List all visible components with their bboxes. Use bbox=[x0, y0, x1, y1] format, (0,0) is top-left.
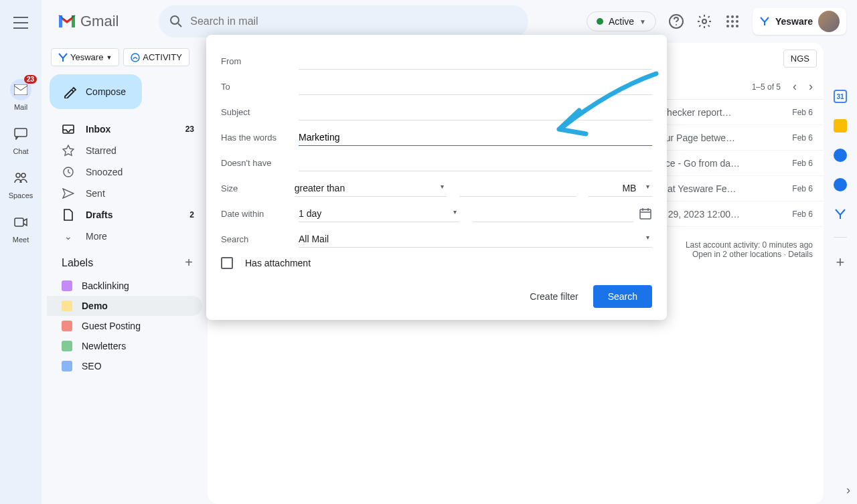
rail-mail[interactable]: 23 Mail bbox=[0, 74, 42, 116]
settings-gear-icon[interactable] bbox=[696, 13, 712, 29]
contacts-app-icon[interactable] bbox=[834, 178, 847, 191]
calendar-app-icon[interactable]: 31 bbox=[834, 90, 847, 103]
nav-inbox[interactable]: Inbox 23 bbox=[47, 118, 202, 140]
svg-point-19 bbox=[736, 25, 738, 27]
sent-icon bbox=[62, 188, 74, 199]
label-item-demo[interactable]: Demo bbox=[47, 296, 202, 316]
spaces-icon bbox=[14, 172, 27, 184]
nav-sent-label: Sent bbox=[86, 188, 105, 199]
rail-meet[interactable]: Meet bbox=[0, 206, 42, 249]
nav-drafts-label: Drafts bbox=[86, 209, 112, 220]
calendar-icon[interactable] bbox=[639, 207, 652, 220]
date-range-select[interactable]: 1 day bbox=[299, 205, 459, 222]
tab-ngs[interactable]: NGS bbox=[783, 50, 817, 68]
svg-rect-22 bbox=[640, 209, 651, 219]
nav-drafts[interactable]: Drafts 2 bbox=[47, 204, 202, 226]
svg-point-13 bbox=[736, 15, 738, 18]
nav-sent[interactable]: Sent bbox=[47, 183, 202, 204]
yesware-app-icon[interactable] bbox=[834, 207, 847, 221]
modal-search-button[interactable]: Search bbox=[593, 285, 652, 308]
search-filter-modal: From To Subject Has the words Doesn't ha… bbox=[206, 35, 667, 320]
mail-date: Feb 6 bbox=[792, 159, 813, 168]
last-activity-text: Last account activity: 0 minutes ago bbox=[686, 240, 813, 250]
svg-point-11 bbox=[726, 15, 729, 18]
doesnt-have-label: Doesn't have bbox=[221, 158, 299, 168]
rail-mail-label: Mail bbox=[14, 103, 27, 111]
svg-rect-1 bbox=[15, 129, 27, 137]
keep-app-icon[interactable] bbox=[834, 119, 847, 133]
labels-header: Labels bbox=[62, 257, 93, 269]
clock-icon bbox=[62, 166, 74, 178]
size-value-input[interactable] bbox=[459, 180, 576, 197]
svg-point-14 bbox=[726, 20, 729, 23]
nav-snoozed-label: Snoozed bbox=[86, 167, 123, 177]
svg-point-2 bbox=[16, 173, 20, 177]
svg-point-12 bbox=[731, 15, 734, 18]
tasks-app-icon[interactable] bbox=[834, 149, 847, 162]
nav-more[interactable]: ⌄ More bbox=[47, 226, 202, 247]
has-words-input[interactable] bbox=[299, 129, 652, 146]
size-unit-select[interactable]: MB bbox=[589, 180, 652, 197]
label-item-seo[interactable]: SEO bbox=[47, 356, 202, 376]
gmail-logo-icon bbox=[58, 14, 76, 29]
doesnt-have-input[interactable] bbox=[299, 155, 652, 171]
inbox-icon bbox=[62, 124, 74, 134]
label-item-guest-posting[interactable]: Guest Posting bbox=[47, 316, 202, 336]
svg-point-18 bbox=[731, 25, 734, 27]
side-panel-toggle[interactable]: › bbox=[846, 483, 850, 497]
label-swatch-icon bbox=[62, 301, 72, 311]
size-operator-select[interactable]: greater than bbox=[295, 180, 447, 197]
rail-chat-label: Chat bbox=[13, 147, 28, 155]
svg-point-3 bbox=[21, 173, 25, 177]
rail-meet-label: Meet bbox=[13, 236, 29, 244]
next-page-button[interactable]: › bbox=[809, 80, 813, 94]
date-input[interactable] bbox=[473, 205, 633, 222]
subject-label: Subject bbox=[221, 107, 299, 117]
mail-badge: 23 bbox=[24, 75, 37, 84]
search-bar[interactable] bbox=[159, 5, 528, 37]
side-panel: 31 + › bbox=[824, 43, 857, 504]
svg-point-15 bbox=[731, 20, 734, 23]
has-attachment-label: Has attachment bbox=[245, 258, 311, 268]
subject-input[interactable] bbox=[299, 104, 652, 120]
add-app-button[interactable]: + bbox=[836, 254, 845, 271]
mail-icon bbox=[14, 84, 27, 95]
add-label-button[interactable]: + bbox=[185, 255, 193, 270]
label-name: Backlinking bbox=[82, 280, 129, 291]
has-attachment-checkbox[interactable] bbox=[221, 257, 233, 269]
yesware-tool-pill[interactable]: Yesware ▼ bbox=[51, 48, 119, 66]
mail-date: Feb 6 bbox=[792, 184, 813, 193]
search-input[interactable] bbox=[190, 15, 518, 27]
to-input[interactable] bbox=[299, 78, 652, 95]
search-scope-select[interactable]: All Mail bbox=[299, 231, 652, 248]
drafts-icon bbox=[63, 209, 74, 221]
nav-starred[interactable]: Starred bbox=[47, 140, 202, 161]
activity-icon bbox=[131, 53, 140, 62]
rail-spaces[interactable]: Spaces bbox=[0, 162, 42, 205]
label-item-backlinking[interactable]: Backlinking bbox=[47, 276, 202, 296]
label-item-newletters[interactable]: Newletters bbox=[47, 336, 202, 356]
nav-drafts-count: 2 bbox=[189, 210, 194, 220]
user-avatar[interactable] bbox=[818, 11, 840, 32]
yesware-mini-icon bbox=[58, 53, 68, 62]
apps-grid-icon[interactable] bbox=[724, 13, 741, 29]
status-active-pill[interactable]: Active ▼ bbox=[587, 11, 656, 31]
activity-tool-pill[interactable]: ACTIVITY bbox=[123, 48, 189, 66]
main-menu-button[interactable] bbox=[5, 7, 37, 39]
status-dot-icon bbox=[597, 18, 603, 25]
yesware-tool-label: Yesware bbox=[70, 52, 103, 62]
compose-button[interactable]: Compose bbox=[50, 74, 142, 109]
page-info: 1–5 of 5 bbox=[752, 82, 781, 92]
prev-page-button[interactable]: ‹ bbox=[793, 80, 797, 94]
create-filter-link[interactable]: Create filter bbox=[530, 291, 578, 302]
chat-icon bbox=[14, 128, 27, 140]
open-locations-link[interactable]: Open in 2 other locations · Details bbox=[686, 250, 813, 259]
chevron-down-icon: ▼ bbox=[639, 18, 646, 25]
to-label: To bbox=[221, 82, 299, 92]
from-input[interactable] bbox=[299, 53, 652, 70]
help-icon[interactable] bbox=[668, 13, 684, 29]
yesware-header-pill[interactable]: Yesware bbox=[753, 8, 846, 35]
rail-chat[interactable]: Chat bbox=[0, 118, 42, 161]
nav-snoozed[interactable]: Snoozed bbox=[47, 161, 202, 183]
gmail-logo[interactable]: Gmail bbox=[58, 13, 119, 30]
